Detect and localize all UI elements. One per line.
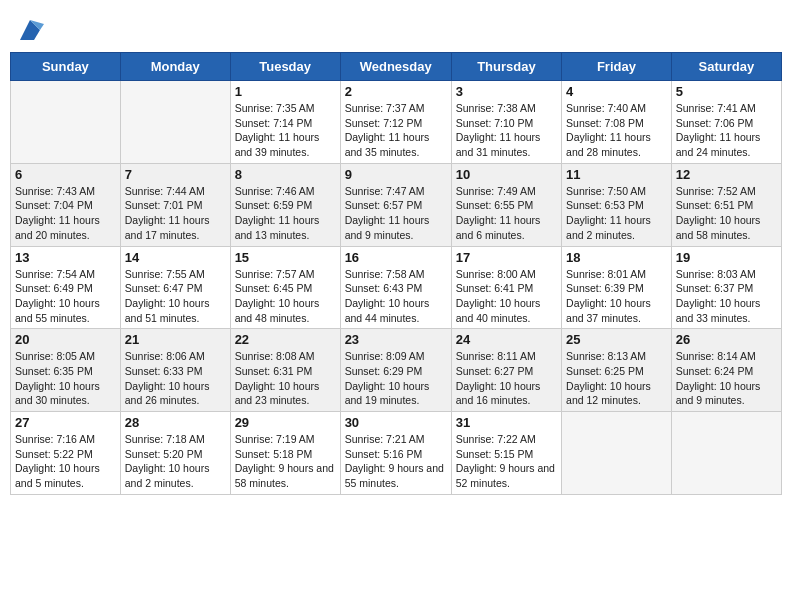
- day-number: 25: [566, 332, 667, 347]
- calendar-cell: 25Sunrise: 8:13 AM Sunset: 6:25 PM Dayli…: [562, 329, 672, 412]
- calendar-cell: 3Sunrise: 7:38 AM Sunset: 7:10 PM Daylig…: [451, 81, 561, 164]
- calendar-cell: 28Sunrise: 7:18 AM Sunset: 5:20 PM Dayli…: [120, 412, 230, 495]
- day-number: 15: [235, 250, 336, 265]
- calendar-cell: 16Sunrise: 7:58 AM Sunset: 6:43 PM Dayli…: [340, 246, 451, 329]
- day-header-friday: Friday: [562, 53, 672, 81]
- calendar-cell: 10Sunrise: 7:49 AM Sunset: 6:55 PM Dayli…: [451, 163, 561, 246]
- calendar-cell: 29Sunrise: 7:19 AM Sunset: 5:18 PM Dayli…: [230, 412, 340, 495]
- cell-detail: Sunrise: 8:05 AM Sunset: 6:35 PM Dayligh…: [15, 349, 116, 408]
- cell-detail: Sunrise: 7:43 AM Sunset: 7:04 PM Dayligh…: [15, 184, 116, 243]
- cell-detail: Sunrise: 8:06 AM Sunset: 6:33 PM Dayligh…: [125, 349, 226, 408]
- logo-icon: [16, 16, 44, 44]
- calendar-cell: 4Sunrise: 7:40 AM Sunset: 7:08 PM Daylig…: [562, 81, 672, 164]
- day-number: 18: [566, 250, 667, 265]
- day-number: 10: [456, 167, 557, 182]
- day-number: 28: [125, 415, 226, 430]
- cell-detail: Sunrise: 7:50 AM Sunset: 6:53 PM Dayligh…: [566, 184, 667, 243]
- calendar-cell: 6Sunrise: 7:43 AM Sunset: 7:04 PM Daylig…: [11, 163, 121, 246]
- day-number: 7: [125, 167, 226, 182]
- calendar-cell: 5Sunrise: 7:41 AM Sunset: 7:06 PM Daylig…: [671, 81, 781, 164]
- day-header-saturday: Saturday: [671, 53, 781, 81]
- day-header-thursday: Thursday: [451, 53, 561, 81]
- calendar-cell: 30Sunrise: 7:21 AM Sunset: 5:16 PM Dayli…: [340, 412, 451, 495]
- calendar-cell: 8Sunrise: 7:46 AM Sunset: 6:59 PM Daylig…: [230, 163, 340, 246]
- cell-detail: Sunrise: 7:44 AM Sunset: 7:01 PM Dayligh…: [125, 184, 226, 243]
- calendar-cell: [11, 81, 121, 164]
- day-number: 1: [235, 84, 336, 99]
- cell-detail: Sunrise: 8:01 AM Sunset: 6:39 PM Dayligh…: [566, 267, 667, 326]
- cell-detail: Sunrise: 7:49 AM Sunset: 6:55 PM Dayligh…: [456, 184, 557, 243]
- cell-detail: Sunrise: 7:18 AM Sunset: 5:20 PM Dayligh…: [125, 432, 226, 491]
- day-number: 21: [125, 332, 226, 347]
- calendar-cell: 23Sunrise: 8:09 AM Sunset: 6:29 PM Dayli…: [340, 329, 451, 412]
- cell-detail: Sunrise: 7:52 AM Sunset: 6:51 PM Dayligh…: [676, 184, 777, 243]
- cell-detail: Sunrise: 7:16 AM Sunset: 5:22 PM Dayligh…: [15, 432, 116, 491]
- day-header-wednesday: Wednesday: [340, 53, 451, 81]
- cell-detail: Sunrise: 8:03 AM Sunset: 6:37 PM Dayligh…: [676, 267, 777, 326]
- logo: [14, 16, 44, 44]
- day-number: 4: [566, 84, 667, 99]
- day-number: 13: [15, 250, 116, 265]
- page-header: [10, 10, 782, 44]
- calendar-cell: [562, 412, 672, 495]
- day-number: 17: [456, 250, 557, 265]
- calendar-cell: 15Sunrise: 7:57 AM Sunset: 6:45 PM Dayli…: [230, 246, 340, 329]
- cell-detail: Sunrise: 7:37 AM Sunset: 7:12 PM Dayligh…: [345, 101, 447, 160]
- day-number: 29: [235, 415, 336, 430]
- calendar-cell: 7Sunrise: 7:44 AM Sunset: 7:01 PM Daylig…: [120, 163, 230, 246]
- day-header-tuesday: Tuesday: [230, 53, 340, 81]
- calendar-cell: 14Sunrise: 7:55 AM Sunset: 6:47 PM Dayli…: [120, 246, 230, 329]
- calendar-cell: 18Sunrise: 8:01 AM Sunset: 6:39 PM Dayli…: [562, 246, 672, 329]
- day-header-monday: Monday: [120, 53, 230, 81]
- calendar-cell: 9Sunrise: 7:47 AM Sunset: 6:57 PM Daylig…: [340, 163, 451, 246]
- day-number: 2: [345, 84, 447, 99]
- cell-detail: Sunrise: 7:21 AM Sunset: 5:16 PM Dayligh…: [345, 432, 447, 491]
- calendar-cell: 12Sunrise: 7:52 AM Sunset: 6:51 PM Dayli…: [671, 163, 781, 246]
- day-number: 19: [676, 250, 777, 265]
- calendar-cell: 26Sunrise: 8:14 AM Sunset: 6:24 PM Dayli…: [671, 329, 781, 412]
- day-number: 12: [676, 167, 777, 182]
- day-number: 16: [345, 250, 447, 265]
- day-number: 27: [15, 415, 116, 430]
- cell-detail: Sunrise: 7:46 AM Sunset: 6:59 PM Dayligh…: [235, 184, 336, 243]
- calendar-cell: 17Sunrise: 8:00 AM Sunset: 6:41 PM Dayli…: [451, 246, 561, 329]
- cell-detail: Sunrise: 7:47 AM Sunset: 6:57 PM Dayligh…: [345, 184, 447, 243]
- cell-detail: Sunrise: 7:57 AM Sunset: 6:45 PM Dayligh…: [235, 267, 336, 326]
- cell-detail: Sunrise: 7:22 AM Sunset: 5:15 PM Dayligh…: [456, 432, 557, 491]
- day-number: 26: [676, 332, 777, 347]
- day-number: 23: [345, 332, 447, 347]
- calendar-cell: 1Sunrise: 7:35 AM Sunset: 7:14 PM Daylig…: [230, 81, 340, 164]
- cell-detail: Sunrise: 7:58 AM Sunset: 6:43 PM Dayligh…: [345, 267, 447, 326]
- cell-detail: Sunrise: 8:00 AM Sunset: 6:41 PM Dayligh…: [456, 267, 557, 326]
- day-number: 14: [125, 250, 226, 265]
- calendar-cell: 11Sunrise: 7:50 AM Sunset: 6:53 PM Dayli…: [562, 163, 672, 246]
- cell-detail: Sunrise: 7:35 AM Sunset: 7:14 PM Dayligh…: [235, 101, 336, 160]
- day-number: 8: [235, 167, 336, 182]
- calendar-cell: 19Sunrise: 8:03 AM Sunset: 6:37 PM Dayli…: [671, 246, 781, 329]
- day-number: 30: [345, 415, 447, 430]
- cell-detail: Sunrise: 7:55 AM Sunset: 6:47 PM Dayligh…: [125, 267, 226, 326]
- cell-detail: Sunrise: 7:40 AM Sunset: 7:08 PM Dayligh…: [566, 101, 667, 160]
- day-number: 9: [345, 167, 447, 182]
- calendar-cell: 20Sunrise: 8:05 AM Sunset: 6:35 PM Dayli…: [11, 329, 121, 412]
- calendar-cell: 2Sunrise: 7:37 AM Sunset: 7:12 PM Daylig…: [340, 81, 451, 164]
- cell-detail: Sunrise: 8:11 AM Sunset: 6:27 PM Dayligh…: [456, 349, 557, 408]
- day-number: 24: [456, 332, 557, 347]
- calendar-cell: 31Sunrise: 7:22 AM Sunset: 5:15 PM Dayli…: [451, 412, 561, 495]
- calendar-cell: 27Sunrise: 7:16 AM Sunset: 5:22 PM Dayli…: [11, 412, 121, 495]
- cell-detail: Sunrise: 7:38 AM Sunset: 7:10 PM Dayligh…: [456, 101, 557, 160]
- cell-detail: Sunrise: 8:13 AM Sunset: 6:25 PM Dayligh…: [566, 349, 667, 408]
- day-number: 22: [235, 332, 336, 347]
- cell-detail: Sunrise: 7:19 AM Sunset: 5:18 PM Dayligh…: [235, 432, 336, 491]
- calendar-cell: 22Sunrise: 8:08 AM Sunset: 6:31 PM Dayli…: [230, 329, 340, 412]
- day-number: 20: [15, 332, 116, 347]
- calendar-cell: [120, 81, 230, 164]
- calendar-cell: 24Sunrise: 8:11 AM Sunset: 6:27 PM Dayli…: [451, 329, 561, 412]
- day-number: 6: [15, 167, 116, 182]
- cell-detail: Sunrise: 8:08 AM Sunset: 6:31 PM Dayligh…: [235, 349, 336, 408]
- calendar-cell: 13Sunrise: 7:54 AM Sunset: 6:49 PM Dayli…: [11, 246, 121, 329]
- calendar-cell: 21Sunrise: 8:06 AM Sunset: 6:33 PM Dayli…: [120, 329, 230, 412]
- calendar-table: SundayMondayTuesdayWednesdayThursdayFrid…: [10, 52, 782, 495]
- cell-detail: Sunrise: 7:41 AM Sunset: 7:06 PM Dayligh…: [676, 101, 777, 160]
- day-number: 31: [456, 415, 557, 430]
